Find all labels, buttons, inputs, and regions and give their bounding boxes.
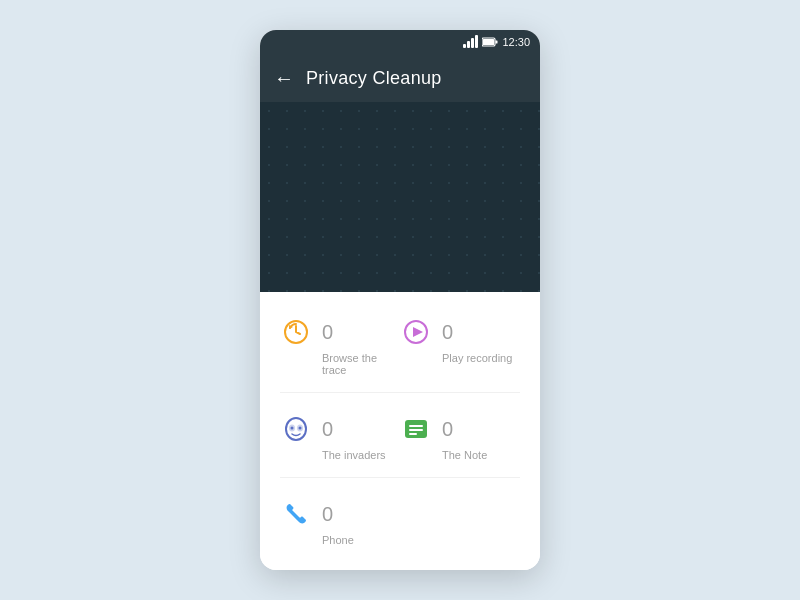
list-item-note: 0 The Note xyxy=(400,405,520,469)
browse-trace-count: 0 xyxy=(322,322,333,342)
note-label: The Note xyxy=(442,449,487,461)
note-icon xyxy=(400,413,432,445)
list-item-browse-trace: 0 Browse the trace xyxy=(280,308,400,384)
phone-frame: 12:30 ← Privacy Cleanup xyxy=(260,30,540,570)
app-bar: ← Privacy Cleanup xyxy=(260,54,540,102)
invaders-count: 0 xyxy=(322,419,333,439)
page-title: Privacy Cleanup xyxy=(306,68,442,89)
svg-point-11 xyxy=(299,427,302,430)
play-recording-label: Play recording xyxy=(442,352,512,364)
svg-rect-2 xyxy=(483,39,494,45)
banner-area xyxy=(260,102,540,292)
svg-marker-6 xyxy=(413,327,423,337)
phone-count: 0 xyxy=(322,504,333,524)
list-item-invaders: 0 The invaders xyxy=(280,405,400,469)
phone-icon xyxy=(280,498,312,530)
svg-point-7 xyxy=(286,418,306,440)
browse-trace-label: Browse the trace xyxy=(322,352,400,376)
battery-icon xyxy=(482,37,498,47)
status-bar: 12:30 xyxy=(260,30,540,54)
status-time: 12:30 xyxy=(502,36,530,48)
play-recording-count: 0 xyxy=(442,322,453,342)
invader-icon xyxy=(280,413,312,445)
phone-label: Phone xyxy=(322,534,354,546)
svg-rect-1 xyxy=(496,41,498,44)
note-count: 0 xyxy=(442,419,453,439)
svg-point-10 xyxy=(291,427,294,430)
back-button[interactable]: ← xyxy=(274,67,294,90)
invaders-label: The invaders xyxy=(322,449,386,461)
list-item-phone: 0 Phone xyxy=(280,490,400,554)
list-item-play-recording: 0 Play recording xyxy=(400,308,520,384)
history-icon xyxy=(280,316,312,348)
content-section: 0 Browse the trace 0 Play recording xyxy=(260,292,540,570)
signal-icon xyxy=(463,36,478,48)
play-icon xyxy=(400,316,432,348)
